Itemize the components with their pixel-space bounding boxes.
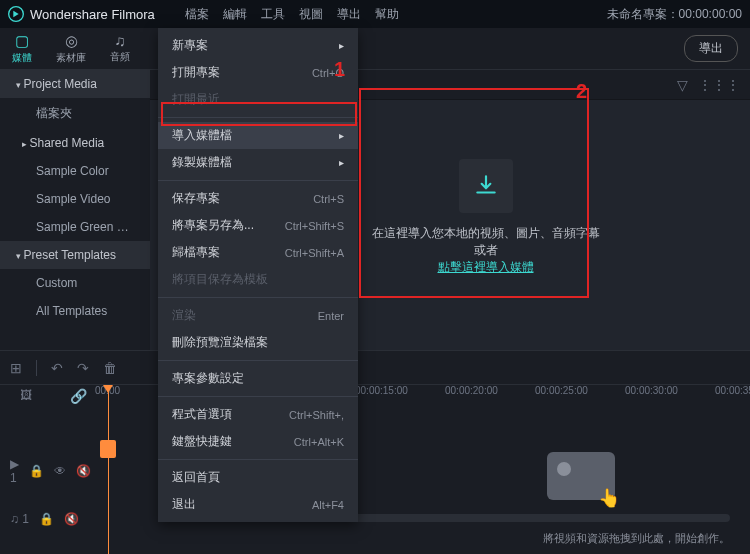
timeline-hint: 將視頻和資源拖拽到此處，開始創作。 bbox=[543, 531, 730, 546]
menu-save[interactable]: 保存專案Ctrl+S bbox=[158, 185, 358, 212]
sidebar-item-sample-color[interactable]: Sample Color bbox=[0, 157, 150, 185]
redo-icon[interactable]: ↷ bbox=[77, 360, 89, 376]
sidebar: Project Media 檔案夾 Shared Media Sample Co… bbox=[0, 70, 150, 350]
menu-file[interactable]: 檔案 bbox=[185, 6, 209, 23]
menu-exit[interactable]: 退出Alt+F4 bbox=[158, 491, 358, 518]
file-menu-dropdown: 新專案▸ 打開專案Ctrl+O 打開最近 導入媒體檔▸ 錄製媒體檔▸ 保存專案C… bbox=[158, 28, 358, 522]
library-icon: ◎ bbox=[65, 32, 78, 50]
project-title: 未命名專案：00:00:00:00 bbox=[607, 6, 742, 23]
annotation-number-1: 1 bbox=[334, 58, 345, 81]
lock-icon[interactable]: 🔒 bbox=[39, 512, 54, 526]
menu-edit[interactable]: 編輯 bbox=[223, 6, 247, 23]
menu-preferences[interactable]: 程式首選項Ctrl+Shift+, bbox=[158, 401, 358, 428]
media-icon: ▢ bbox=[15, 32, 29, 50]
menu-bar: 檔案 編輯 工具 視圖 導出 幫助 bbox=[185, 6, 399, 23]
menu-open-recent: 打開最近 bbox=[158, 86, 358, 113]
visibility-icon[interactable]: 👁 bbox=[54, 464, 66, 478]
filmora-logo-icon bbox=[8, 6, 24, 22]
sidebar-item-sample-green[interactable]: Sample Green Scr... bbox=[0, 213, 150, 241]
menu-render: 渲染Enter bbox=[158, 302, 358, 329]
app-name: Wondershare Filmora bbox=[30, 7, 155, 22]
menu-new-project[interactable]: 新專案▸ bbox=[158, 32, 358, 59]
download-icon bbox=[459, 159, 513, 213]
filter-icon[interactable]: ▽ bbox=[677, 77, 688, 93]
layout-icon[interactable]: ⊞ bbox=[10, 360, 22, 376]
timeline[interactable]: 🖼 🔗 00:00 00:00:15:00 00:00:20:00 00:00:… bbox=[0, 384, 750, 554]
undo-icon[interactable]: ↶ bbox=[51, 360, 63, 376]
menu-save-template: 將項目保存為模板 bbox=[158, 266, 358, 293]
menu-help[interactable]: 幫助 bbox=[375, 6, 399, 23]
menu-archive[interactable]: 歸檔專案Ctrl+Shift+A bbox=[158, 239, 358, 266]
menu-shortcuts[interactable]: 鍵盤快捷鍵Ctrl+Alt+K bbox=[158, 428, 358, 455]
menu-export[interactable]: 導出 bbox=[337, 6, 361, 23]
menu-tools[interactable]: 工具 bbox=[261, 6, 285, 23]
dropzone-link[interactable]: 點擊這裡導入媒體 bbox=[438, 260, 534, 274]
tab-media[interactable]: ▢ 媒體 bbox=[12, 32, 32, 65]
sidebar-item-project-media[interactable]: Project Media bbox=[0, 70, 150, 98]
export-button[interactable]: 導出 bbox=[684, 35, 738, 62]
menu-home[interactable]: 返回首頁 bbox=[158, 464, 358, 491]
grid-icon[interactable]: ⋮⋮⋮ bbox=[698, 77, 740, 93]
cursor-hand-icon: 👆 bbox=[598, 487, 620, 509]
sidebar-item-custom[interactable]: Custom bbox=[0, 269, 150, 297]
menu-project-settings[interactable]: 專案參數設定 bbox=[158, 365, 358, 392]
timeline-toolbar: ⊞ ↶ ↷ 🗑 bbox=[0, 350, 750, 384]
menu-open-project[interactable]: 打開專案Ctrl+O bbox=[158, 59, 358, 86]
tab-audio[interactable]: ♫ 音頻 bbox=[110, 32, 130, 65]
audio-icon: ♫ bbox=[114, 32, 125, 49]
mute-icon[interactable]: 🔇 bbox=[76, 464, 91, 478]
sidebar-item-folder[interactable]: 檔案夾 bbox=[0, 98, 150, 129]
menu-save-as[interactable]: 將專案另存為...Ctrl+Shift+S bbox=[158, 212, 358, 239]
playhead[interactable] bbox=[108, 385, 109, 554]
sidebar-item-all-templates[interactable]: All Templates bbox=[0, 297, 150, 325]
menu-view[interactable]: 視圖 bbox=[299, 6, 323, 23]
sidebar-item-shared-media[interactable]: Shared Media bbox=[0, 129, 150, 157]
dropzone-text: 在這裡導入您本地的視頻、圖片、音頻字幕或者 點擊這裡導入媒體 bbox=[370, 225, 601, 276]
title-bar: Wondershare Filmora 檔案 編輯 工具 視圖 導出 幫助 未命… bbox=[0, 0, 750, 28]
mute-icon[interactable]: 🔇 bbox=[64, 512, 79, 526]
sidebar-item-sample-video[interactable]: Sample Video bbox=[0, 185, 150, 213]
import-dropzone[interactable]: 在這裡導入您本地的視頻、圖片、音頻字幕或者 點擊這裡導入媒體 bbox=[370, 140, 601, 295]
app-logo: Wondershare Filmora bbox=[8, 6, 155, 22]
sidebar-item-preset-templates[interactable]: Preset Templates bbox=[0, 241, 150, 269]
delete-icon[interactable]: 🗑 bbox=[103, 360, 117, 376]
menu-delete-preview[interactable]: 刪除預覽渲染檔案 bbox=[158, 329, 358, 356]
annotation-number-2: 2 bbox=[576, 80, 587, 103]
lock-icon[interactable]: 🔒 bbox=[29, 464, 44, 478]
tab-library[interactable]: ◎ 素材庫 bbox=[56, 32, 86, 65]
menu-import-media[interactable]: 導入媒體檔▸ bbox=[158, 122, 358, 149]
toolbar: ▢ 媒體 ◎ 素材庫 ♫ 音頻 導出 bbox=[0, 28, 750, 70]
menu-record-media[interactable]: 錄製媒體檔▸ bbox=[158, 149, 358, 176]
